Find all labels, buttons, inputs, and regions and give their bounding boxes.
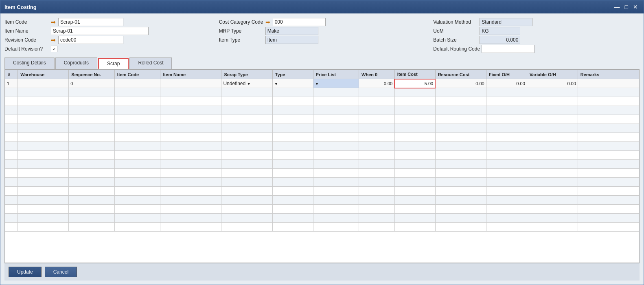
item-code-row: Item Code ➡: [4, 18, 211, 27]
cancel-button[interactable]: Cancel: [45, 267, 77, 277]
cell-variable-oh[interactable]: 0.00: [527, 79, 578, 88]
revision-code-input[interactable]: [58, 36, 123, 44]
mrp-type-input: [265, 27, 318, 35]
tab-costing-details[interactable]: Costing Details: [4, 57, 55, 69]
header-fields: Item Code ➡ Item Name Revision Code ➡ De…: [4, 18, 640, 53]
default-revision-label: Default Revision?: [4, 46, 49, 52]
col-warehouse: Warehouse: [18, 70, 69, 79]
col-item-cost: Item Cost: [394, 70, 435, 79]
item-code-arrow-icon: ➡: [51, 19, 56, 25]
maximize-button[interactable]: □: [623, 4, 630, 10]
mrp-type-row: MRP Type: [219, 27, 425, 35]
revision-code-label: Revision Code: [4, 37, 49, 43]
default-revision-row: Default Revision? ✓: [4, 44, 211, 53]
tab-coproducts[interactable]: Coproducts: [55, 57, 97, 69]
table-row: 1 0 Undefined ▼ ▼ ▼: [5, 79, 639, 88]
table-row: [5, 106, 639, 115]
cell-scrap-type[interactable]: Undefined ▼: [221, 79, 272, 88]
title-bar: Item Costing — □ ✕: [0, 0, 644, 13]
close-button[interactable]: ✕: [631, 4, 640, 10]
cell-warehouse[interactable]: [18, 79, 69, 88]
scrap-table: # Warehouse Sequence No. Item Code Item …: [5, 70, 639, 232]
batch-size-row: Batch Size: [433, 35, 640, 44]
table-header-row: # Warehouse Sequence No. Item Code Item …: [5, 70, 639, 79]
col-sequence-no: Sequence No.: [69, 70, 115, 79]
cell-sequence-no[interactable]: 0: [69, 79, 115, 88]
mrp-type-label: MRP Type: [219, 28, 264, 34]
table-row: [5, 88, 639, 97]
table-row: [5, 196, 639, 205]
col-scrap-type: Scrap Type: [221, 70, 272, 79]
default-routing-input[interactable]: [482, 45, 534, 53]
table-row: [5, 214, 639, 223]
col-remarks: Remarks: [578, 70, 639, 79]
cost-category-input[interactable]: [273, 18, 326, 26]
table-row: [5, 169, 639, 178]
table-row: [5, 97, 639, 106]
cell-when-0[interactable]: 0.00: [359, 79, 395, 88]
revision-code-row: Revision Code ➡: [4, 35, 211, 44]
default-routing-label: Default Routing Code: [433, 46, 480, 52]
cell-item-name[interactable]: [160, 79, 221, 88]
default-routing-row: Default Routing Code: [433, 44, 640, 53]
price-list-dropdown-icon[interactable]: ▼: [315, 82, 319, 86]
item-type-row: Item Type: [219, 35, 425, 44]
table-row: [5, 205, 639, 214]
revision-code-arrow-icon: ➡: [51, 37, 56, 43]
table-body: 1 0 Undefined ▼ ▼ ▼: [5, 79, 639, 232]
table-row: [5, 115, 639, 124]
type-dropdown-icon[interactable]: ▼: [274, 82, 278, 86]
cell-item-cost[interactable]: 5.00: [394, 79, 435, 88]
col-type: Type: [272, 70, 313, 79]
item-type-label: Item Type: [219, 37, 264, 43]
table-row: [5, 124, 639, 133]
cell-remarks[interactable]: [578, 79, 639, 88]
col-resource-cost: Resource Cost: [435, 70, 486, 79]
item-name-label: Item Name: [4, 28, 49, 34]
cell-price-list[interactable]: ▼: [313, 79, 359, 88]
window-controls: — □ ✕: [613, 4, 640, 10]
col-variable-oh: Variable O/H: [527, 70, 578, 79]
item-code-label: Item Code: [4, 19, 49, 25]
valuation-method-input: [480, 18, 532, 26]
batch-size-input: [480, 36, 520, 44]
uom-input: [480, 27, 520, 35]
col-fixed-oh: Fixed O/H: [486, 70, 527, 79]
tabs-container: Costing Details Coproducts Scrap Rolled …: [4, 57, 640, 69]
col-price-list: Price List: [313, 70, 359, 79]
cell-fixed-oh[interactable]: 0.00: [486, 79, 527, 88]
tab-scrap[interactable]: Scrap: [98, 58, 129, 69]
cell-type[interactable]: ▼: [272, 79, 313, 88]
cell-resource-cost[interactable]: 0.00: [435, 79, 486, 88]
cell-item-code[interactable]: [114, 79, 160, 88]
cell-hash: 1: [5, 79, 18, 88]
item-name-input[interactable]: [51, 27, 149, 35]
valuation-method-row: Valuation Method: [433, 18, 640, 27]
middle-fields: Cost Category Code ➡ MRP Type Item Type: [219, 18, 425, 53]
table-row: [5, 178, 639, 187]
tab-rolled-cost[interactable]: Rolled Cost: [129, 57, 172, 69]
table-row: [5, 133, 639, 142]
batch-size-label: Batch Size: [433, 37, 478, 43]
uom-label: UoM: [433, 28, 478, 34]
update-button[interactable]: Update: [9, 267, 42, 277]
scrap-type-dropdown-icon[interactable]: ▼: [247, 82, 251, 86]
table-row: [5, 142, 639, 151]
item-costing-window: Item Costing — □ ✕ Item Code ➡ Item Name: [0, 0, 644, 285]
cost-category-row: Cost Category Code ➡: [219, 18, 425, 27]
table-row: [5, 223, 639, 232]
minimize-button[interactable]: —: [613, 4, 622, 10]
right-fields: Valuation Method UoM Batch Size Default …: [433, 18, 640, 53]
table-row: [5, 151, 639, 160]
col-item-code: Item Code: [114, 70, 160, 79]
cost-category-arrow-icon: ➡: [265, 19, 270, 25]
main-content: Item Code ➡ Item Name Revision Code ➡ De…: [0, 13, 644, 285]
window-title: Item Costing: [4, 4, 37, 10]
default-revision-checkbox[interactable]: ✓: [51, 46, 57, 52]
scrap-grid: # Warehouse Sequence No. Item Code Item …: [4, 69, 640, 263]
valuation-method-label: Valuation Method: [433, 19, 478, 25]
item-type-input: [265, 36, 318, 44]
item-code-input[interactable]: [58, 18, 123, 26]
table-row: [5, 160, 639, 169]
item-name-row: Item Name: [4, 27, 211, 35]
